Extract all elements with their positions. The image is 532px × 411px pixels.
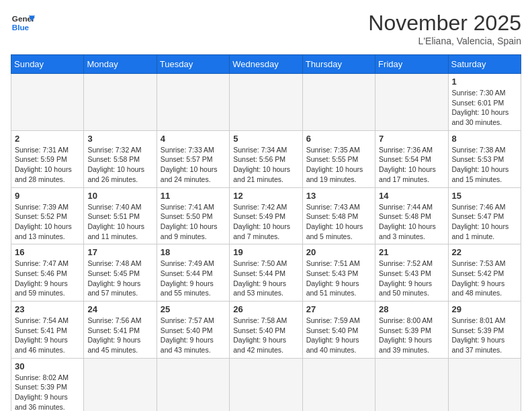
calendar-cell: 12Sunrise: 7:42 AM Sunset: 5:49 PM Dayli… — [230, 187, 302, 244]
day-info: Sunrise: 7:56 AM Sunset: 5:41 PM Dayligh… — [87, 316, 152, 355]
calendar-week-6: 30Sunrise: 8:02 AM Sunset: 5:39 PM Dayli… — [11, 358, 521, 411]
month-title: November 2025 — [368, 11, 521, 36]
calendar-cell: 29Sunrise: 8:01 AM Sunset: 5:39 PM Dayli… — [448, 302, 521, 359]
calendar-cell: 4Sunrise: 7:33 AM Sunset: 5:57 PM Daylig… — [157, 130, 229, 187]
day-number: 14 — [379, 191, 444, 201]
day-number: 10 — [87, 191, 152, 201]
calendar-cell — [375, 74, 448, 131]
weekday-header-friday: Friday — [375, 55, 448, 74]
day-number: 18 — [161, 247, 226, 257]
calendar-week-2: 2Sunrise: 7:31 AM Sunset: 5:59 PM Daylig… — [11, 130, 521, 187]
day-number: 22 — [452, 247, 517, 257]
day-number: 1 — [452, 77, 517, 87]
calendar-cell: 6Sunrise: 7:35 AM Sunset: 5:55 PM Daylig… — [302, 130, 375, 187]
day-number: 8 — [452, 134, 517, 144]
day-number: 19 — [233, 247, 298, 257]
calendar-cell — [11, 74, 84, 131]
day-number: 15 — [452, 191, 517, 201]
weekday-header-saturday: Saturday — [448, 55, 521, 74]
day-info: Sunrise: 7:47 AM Sunset: 5:46 PM Dayligh… — [15, 259, 80, 298]
day-number: 11 — [161, 191, 226, 201]
calendar-cell — [302, 358, 375, 411]
day-number: 12 — [233, 191, 298, 201]
calendar-cell: 7Sunrise: 7:36 AM Sunset: 5:54 PM Daylig… — [375, 130, 448, 187]
svg-text:Blue: Blue — [12, 23, 30, 32]
page-header: General Blue November 2025 L'Eliana, Val… — [11, 11, 521, 46]
day-number: 9 — [15, 191, 80, 201]
day-info: Sunrise: 7:42 AM Sunset: 5:49 PM Dayligh… — [233, 202, 298, 242]
day-info: Sunrise: 7:49 AM Sunset: 5:44 PM Dayligh… — [161, 259, 226, 298]
calendar-cell: 9Sunrise: 7:39 AM Sunset: 5:52 PM Daylig… — [11, 187, 84, 244]
day-number: 6 — [306, 134, 371, 144]
day-number: 28 — [379, 304, 444, 314]
calendar-cell: 26Sunrise: 7:58 AM Sunset: 5:40 PM Dayli… — [230, 302, 302, 359]
calendar-cell — [84, 74, 157, 131]
day-number: 26 — [233, 304, 298, 314]
calendar-cell: 21Sunrise: 7:52 AM Sunset: 5:43 PM Dayli… — [375, 244, 448, 302]
day-info: Sunrise: 7:36 AM Sunset: 5:54 PM Dayligh… — [379, 145, 444, 185]
calendar-cell: 1Sunrise: 7:30 AM Sunset: 6:01 PM Daylig… — [448, 74, 521, 131]
calendar-cell — [375, 358, 448, 411]
day-info: Sunrise: 7:44 AM Sunset: 5:48 PM Dayligh… — [379, 202, 444, 242]
day-info: Sunrise: 7:51 AM Sunset: 5:43 PM Dayligh… — [306, 259, 371, 298]
day-info: Sunrise: 7:31 AM Sunset: 5:59 PM Dayligh… — [15, 145, 80, 185]
calendar-week-5: 23Sunrise: 7:54 AM Sunset: 5:41 PM Dayli… — [11, 302, 521, 359]
weekday-header-tuesday: Tuesday — [157, 55, 229, 74]
calendar-cell — [448, 358, 521, 411]
calendar-cell — [84, 358, 157, 411]
calendar-week-3: 9Sunrise: 7:39 AM Sunset: 5:52 PM Daylig… — [11, 187, 521, 244]
weekday-header-row: SundayMondayTuesdayWednesdayThursdayFrid… — [11, 55, 521, 74]
calendar-cell — [230, 358, 302, 411]
calendar-cell: 10Sunrise: 7:40 AM Sunset: 5:51 PM Dayli… — [84, 187, 157, 244]
day-info: Sunrise: 7:50 AM Sunset: 5:44 PM Dayligh… — [233, 259, 298, 298]
calendar-cell: 27Sunrise: 7:59 AM Sunset: 5:40 PM Dayli… — [302, 302, 375, 359]
location-subtitle: L'Eliana, Valencia, Spain — [368, 36, 521, 46]
day-info: Sunrise: 7:41 AM Sunset: 5:50 PM Dayligh… — [161, 202, 226, 242]
calendar-cell: 13Sunrise: 7:43 AM Sunset: 5:48 PM Dayli… — [302, 187, 375, 244]
title-area: November 2025 L'Eliana, Valencia, Spain — [368, 11, 521, 46]
calendar-cell — [157, 74, 229, 131]
calendar-week-4: 16Sunrise: 7:47 AM Sunset: 5:46 PM Dayli… — [11, 244, 521, 302]
day-info: Sunrise: 7:38 AM Sunset: 5:53 PM Dayligh… — [452, 145, 517, 185]
day-number: 23 — [15, 304, 80, 314]
day-info: Sunrise: 7:33 AM Sunset: 5:57 PM Dayligh… — [161, 145, 226, 185]
calendar-cell: 22Sunrise: 7:53 AM Sunset: 5:42 PM Dayli… — [448, 244, 521, 302]
day-info: Sunrise: 7:39 AM Sunset: 5:52 PM Dayligh… — [15, 202, 80, 242]
day-number: 24 — [87, 304, 152, 314]
calendar-week-1: 1Sunrise: 7:30 AM Sunset: 6:01 PM Daylig… — [11, 74, 521, 131]
day-info: Sunrise: 7:54 AM Sunset: 5:41 PM Dayligh… — [15, 316, 80, 355]
day-number: 30 — [15, 361, 80, 371]
day-number: 2 — [15, 134, 80, 144]
calendar-cell: 30Sunrise: 8:02 AM Sunset: 5:39 PM Dayli… — [11, 358, 84, 411]
day-info: Sunrise: 7:53 AM Sunset: 5:42 PM Dayligh… — [452, 259, 517, 298]
calendar-table: SundayMondayTuesdayWednesdayThursdayFrid… — [11, 54, 521, 411]
weekday-header-thursday: Thursday — [302, 55, 375, 74]
day-number: 5 — [233, 134, 298, 144]
day-info: Sunrise: 7:46 AM Sunset: 5:47 PM Dayligh… — [452, 202, 517, 242]
calendar-cell: 19Sunrise: 7:50 AM Sunset: 5:44 PM Dayli… — [230, 244, 302, 302]
day-info: Sunrise: 8:02 AM Sunset: 5:39 PM Dayligh… — [15, 373, 80, 411]
logo: General Blue — [11, 11, 35, 35]
day-info: Sunrise: 7:32 AM Sunset: 5:58 PM Dayligh… — [87, 145, 152, 185]
calendar-cell: 25Sunrise: 7:57 AM Sunset: 5:40 PM Dayli… — [157, 302, 229, 359]
day-info: Sunrise: 7:30 AM Sunset: 6:01 PM Dayligh… — [452, 88, 517, 128]
calendar-cell: 16Sunrise: 7:47 AM Sunset: 5:46 PM Dayli… — [11, 244, 84, 302]
day-info: Sunrise: 7:58 AM Sunset: 5:40 PM Dayligh… — [233, 316, 298, 355]
calendar-cell: 20Sunrise: 7:51 AM Sunset: 5:43 PM Dayli… — [302, 244, 375, 302]
calendar-cell: 5Sunrise: 7:34 AM Sunset: 5:56 PM Daylig… — [230, 130, 302, 187]
day-number: 17 — [87, 247, 152, 257]
day-info: Sunrise: 8:01 AM Sunset: 5:39 PM Dayligh… — [452, 316, 517, 355]
day-info: Sunrise: 7:52 AM Sunset: 5:43 PM Dayligh… — [379, 259, 444, 298]
day-number: 21 — [379, 247, 444, 257]
day-number: 29 — [452, 304, 517, 314]
calendar-cell: 15Sunrise: 7:46 AM Sunset: 5:47 PM Dayli… — [448, 187, 521, 244]
day-number: 13 — [306, 191, 371, 201]
day-info: Sunrise: 7:59 AM Sunset: 5:40 PM Dayligh… — [306, 316, 371, 355]
day-info: Sunrise: 8:00 AM Sunset: 5:39 PM Dayligh… — [379, 316, 444, 355]
day-info: Sunrise: 7:34 AM Sunset: 5:56 PM Dayligh… — [233, 145, 298, 185]
day-number: 27 — [306, 304, 371, 314]
day-number: 3 — [87, 134, 152, 144]
day-number: 25 — [161, 304, 226, 314]
calendar-cell: 8Sunrise: 7:38 AM Sunset: 5:53 PM Daylig… — [448, 130, 521, 187]
day-info: Sunrise: 7:43 AM Sunset: 5:48 PM Dayligh… — [306, 202, 371, 242]
